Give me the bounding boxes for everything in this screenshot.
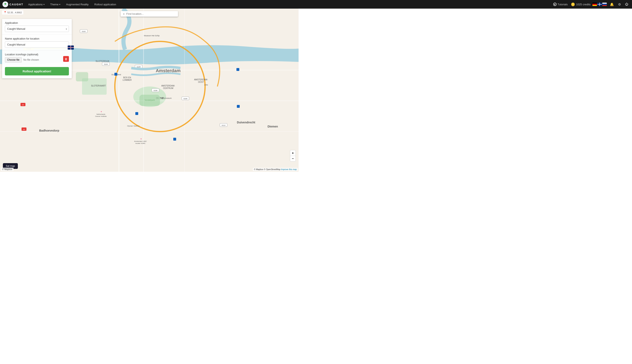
rollout-application-button[interactable]: Rollout application! — [5, 67, 69, 76]
svg-text:BOS ENLOMMER: BOS ENLOMMER — [123, 76, 132, 81]
svg-text:NetherlandsCancer Institute: NetherlandsCancer Institute — [95, 113, 107, 117]
map-container[interactable]: N200 A5 A9 S102 S104 S105 S106 S112 S100… — [0, 8, 299, 172]
svg-text:Duivendrecht: Duivendrecht — [237, 121, 255, 124]
application-label: Application — [5, 21, 69, 24]
chevron-down-icon: ▾ — [44, 3, 45, 6]
svg-text:S102: S102 — [82, 30, 86, 32]
logo-icon — [3, 2, 8, 7]
navbar: CAUGHT Applications ▾ Theme ▾ Augmented … — [0, 0, 299, 8]
svg-text:S100: S100 — [184, 98, 187, 100]
chevron-down-icon: ▾ — [59, 3, 60, 6]
svg-text:Diemen: Diemen — [268, 125, 278, 128]
application-section: Application Caught Manual ▾ — [2, 19, 72, 35]
svg-rect-38 — [76, 72, 88, 81]
svg-text:A5: A5 — [22, 104, 24, 106]
nav-rollout[interactable]: Rollout application — [92, 0, 119, 8]
coordinates-text: 52.35 , 4.8662 — [8, 11, 22, 14]
mapbox-logo: © Mapbox — [1, 168, 14, 171]
svg-text:Olympic Stadium: Olympic Stadium — [127, 125, 140, 127]
name-application-input[interactable] — [5, 42, 69, 48]
svg-text:A9: A9 — [23, 128, 25, 130]
map-attribution: © Mapbox © OpenStreetMap Improve this ma… — [253, 168, 298, 171]
panel-card: Application Caught Manual ▾ Name applica… — [2, 19, 72, 78]
uk-flag-map-overlay — [68, 46, 74, 50]
nav-ar[interactable]: Augmented Reality — [64, 0, 91, 8]
svg-text:+: + — [117, 71, 118, 74]
application-select[interactable]: Caught Manual — [5, 26, 69, 32]
left-panel: Application Caught Manual ▾ Name applica… — [2, 19, 72, 78]
zoom-controls: + − — [290, 150, 296, 162]
svg-rect-40 — [236, 68, 239, 71]
improve-map-link[interactable]: Improve this map — [281, 168, 297, 170]
svg-text:AMSTERDAM-CENTRUM: AMSTERDAM-CENTRUM — [161, 85, 175, 89]
svg-point-1 — [5, 3, 6, 5]
location-search-input[interactable] — [126, 12, 167, 15]
coordinates-display: 📍 52.35 , 4.8662 — [2, 10, 23, 16]
search-icon: ● — [123, 12, 125, 15]
svg-text:S106: S106 — [154, 90, 158, 92]
nav-applications[interactable]: Applications ▾ — [26, 0, 47, 8]
svg-text:S112: S112 — [222, 124, 226, 126]
svg-text:S105: S105 — [137, 66, 141, 68]
mapbox-logo-text: © Mapbox — [2, 168, 12, 170]
svg-rect-43 — [173, 138, 176, 140]
svg-text:Museum Het Schip: Museum Het Schip — [144, 35, 160, 37]
svg-text:+: + — [140, 138, 142, 140]
brand-logo[interactable]: CAUGHT — [3, 2, 23, 7]
file-upload-row: Choose file No file chosen — [5, 57, 69, 62]
trash-icon: 🗑 — [65, 57, 68, 60]
svg-text:Badhoevedorp: Badhoevedorp — [39, 129, 59, 132]
map-search-bar: ● — [121, 11, 178, 16]
location-pin-icon: 📍 — [4, 11, 7, 14]
svg-text:SLOTERVAART: SLOTERVAART — [91, 85, 106, 87]
choose-file-button[interactable]: Choose file — [5, 57, 22, 62]
no-file-text: No file chosen — [23, 58, 39, 61]
svg-text:Rijksmuseum: Rijksmuseum — [161, 97, 172, 99]
svg-text:+: + — [101, 110, 102, 113]
nav-theme[interactable]: Theme ▾ — [48, 0, 63, 8]
svg-rect-41 — [237, 105, 240, 108]
svg-text:S104: S104 — [104, 63, 108, 65]
zoom-out-button[interactable]: − — [290, 156, 296, 162]
application-select-wrapper: Caught Manual ▾ — [5, 26, 69, 32]
brand-name: CAUGHT — [10, 3, 23, 6]
svg-text:SLOTERDIJK: SLOTERDIJK — [96, 60, 110, 62]
delete-button[interactable]: 🗑 — [63, 56, 69, 62]
icon-label: Location icon/logo (optional) — [5, 53, 69, 56]
name-application-section: Name application for location — [2, 35, 72, 50]
svg-text:Artis: Artis — [204, 84, 208, 86]
svg-rect-37 — [140, 95, 160, 106]
svg-rect-42 — [135, 112, 138, 115]
icon-upload-section: Location icon/logo (optional) Choose fil… — [2, 50, 72, 65]
zoom-in-button[interactable]: + — [290, 150, 296, 156]
svg-text:Amsterdam UMClocatie VUMC: Amsterdam UMClocatie VUMC — [134, 140, 147, 144]
name-application-label: Name application for location — [5, 37, 69, 40]
